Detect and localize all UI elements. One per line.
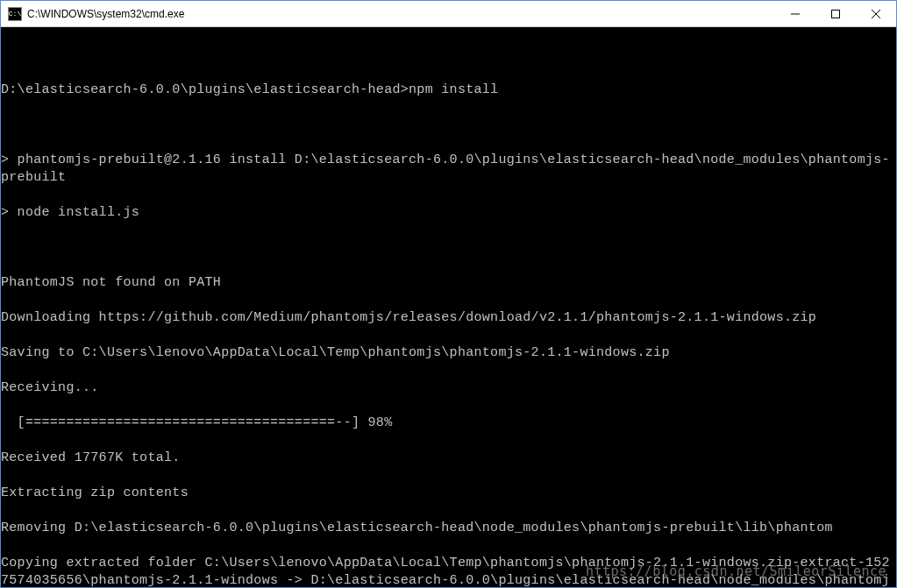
terminal-line bbox=[1, 117, 896, 134]
prompt-line: D:\elasticsearch-6.0.0\plugins\elasticse… bbox=[1, 81, 896, 99]
window-controls bbox=[775, 1, 896, 27]
minimize-button[interactable] bbox=[775, 1, 815, 27]
terminal-line: Downloading https://github.com/Medium/ph… bbox=[1, 309, 896, 327]
window-titlebar: C:\ C:\WINDOWS\system32\cmd.exe bbox=[1, 1, 896, 27]
minimize-icon bbox=[791, 10, 800, 18]
terminal-output[interactable]: D:\elasticsearch-6.0.0\plugins\elasticse… bbox=[1, 27, 896, 587]
terminal-line: PhantomJS not found on PATH bbox=[1, 274, 896, 292]
cmd-icon: C:\ bbox=[8, 7, 22, 21]
maximize-icon bbox=[831, 10, 840, 18]
terminal-line: Saving to C:\Users\lenovo\AppData\Local\… bbox=[1, 344, 896, 362]
terminal-line: Removing D:\elasticsearch-6.0.0\plugins\… bbox=[1, 520, 896, 537]
terminal-line bbox=[1, 239, 896, 257]
close-button[interactable] bbox=[856, 1, 896, 27]
terminal-line: > node install.js bbox=[1, 204, 896, 222]
terminal-line: Receiving... bbox=[1, 379, 896, 397]
terminal-line: Received 17767K total. bbox=[1, 450, 896, 467]
svg-rect-1 bbox=[832, 10, 840, 18]
terminal-line: > phantomjs-prebuilt@2.1.16 install D:\e… bbox=[1, 152, 896, 187]
terminal-line: Extracting zip contents bbox=[1, 485, 896, 502]
close-icon bbox=[872, 10, 880, 18]
window-title: C:\WINDOWS\system32\cmd.exe bbox=[27, 8, 775, 20]
watermark-text: https://blog.csdn.net/SmileorSilence bbox=[586, 563, 886, 579]
progress-bar-line: [======================================-… bbox=[1, 414, 896, 432]
terminal-line bbox=[1, 46, 896, 64]
maximize-button[interactable] bbox=[815, 1, 856, 27]
